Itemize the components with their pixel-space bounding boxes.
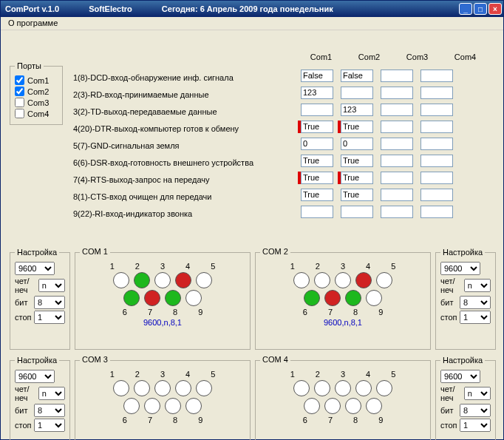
checkbox-com2[interactable]: [15, 87, 24, 96]
value-box[interactable]: [420, 206, 453, 218]
pin-number: 6: [123, 308, 127, 317]
pin-number: 9: [198, 416, 202, 424]
stop-select[interactable]: 1: [460, 419, 491, 432]
pin-number: 9: [378, 308, 383, 317]
value-box[interactable]: [420, 121, 453, 133]
value-box[interactable]: True: [301, 155, 333, 167]
grid-cell: True: [338, 155, 373, 167]
value-box[interactable]: [381, 206, 413, 218]
value-box[interactable]: False: [301, 70, 333, 82]
grid-cell: [378, 172, 413, 184]
bits-select[interactable]: 8: [460, 296, 491, 309]
value-box[interactable]: [381, 87, 413, 99]
bits-select[interactable]: 8: [34, 404, 65, 417]
close-button[interactable]: ×: [488, 3, 502, 15]
port-checkbox-com4[interactable]: Com4: [15, 109, 58, 118]
value-box[interactable]: True: [341, 189, 373, 201]
value-box[interactable]: [381, 189, 413, 201]
checkbox-com4[interactable]: [15, 109, 24, 118]
grid-cell: 0: [298, 138, 333, 150]
stop-select[interactable]: 1: [34, 311, 65, 324]
maximize-button[interactable]: □: [474, 3, 487, 15]
pin-indicator: [123, 290, 140, 306]
value-box[interactable]: [381, 121, 413, 133]
grid-cell: True: [338, 121, 373, 133]
value-box[interactable]: [341, 87, 373, 99]
grid-cell: 123: [298, 87, 333, 99]
minimize-button[interactable]: _: [459, 3, 472, 15]
value-box[interactable]: 0: [301, 138, 333, 150]
parity-select[interactable]: n: [464, 279, 491, 292]
port-checkbox-com3[interactable]: Com3: [15, 98, 58, 107]
port-label: Com3: [27, 98, 49, 107]
col-header: Com4: [445, 53, 486, 61]
value-box[interactable]: True: [341, 121, 373, 133]
grid-cell: 0: [338, 138, 373, 150]
grid-cell: True: [298, 172, 333, 184]
checkbox-com1[interactable]: [15, 75, 24, 85]
stop-select[interactable]: 1: [460, 311, 491, 324]
value-box[interactable]: True: [341, 155, 373, 167]
value-box[interactable]: [381, 172, 413, 184]
pin-indicator: [314, 272, 330, 288]
bits-row: бит8: [15, 296, 65, 309]
checkbox-com3[interactable]: [15, 98, 24, 107]
pin-number: 7: [148, 308, 152, 317]
pin-label: 7(4)-RTS-выход-запрос на передачу: [73, 171, 253, 188]
value-box[interactable]: [341, 206, 373, 218]
value-box[interactable]: [301, 104, 333, 116]
bits-select[interactable]: 8: [34, 296, 65, 309]
pin-number: 4: [185, 262, 190, 271]
value-box[interactable]: [301, 206, 333, 218]
value-box[interactable]: [420, 138, 453, 150]
baud-select[interactable]: 9600: [15, 370, 55, 383]
com-legend: COM 4: [260, 355, 290, 364]
value-box[interactable]: [420, 189, 453, 201]
value-box[interactable]: [381, 104, 413, 116]
menu-about[interactable]: О программе: [5, 18, 61, 27]
value-box[interactable]: True: [341, 172, 373, 184]
grid-cell: 123: [338, 104, 373, 116]
baud-select[interactable]: 9600: [440, 262, 480, 275]
value-box[interactable]: [420, 70, 453, 82]
baud-select[interactable]: 9600: [440, 370, 480, 383]
bits-select[interactable]: 8: [460, 404, 491, 417]
grid-cell: True: [338, 189, 373, 201]
value-box[interactable]: [420, 87, 453, 99]
pin-indicator: [175, 380, 191, 396]
stop-select[interactable]: 1: [34, 419, 65, 432]
grid-cell: [378, 121, 413, 133]
grid-row: True True: [298, 118, 453, 135]
value-box[interactable]: True: [301, 189, 333, 201]
baud-select[interactable]: 9600: [15, 262, 55, 275]
value-box[interactable]: 0: [341, 138, 373, 150]
parity-select[interactable]: n: [464, 387, 491, 400]
port-checkbox-com1[interactable]: Com1: [15, 75, 58, 85]
pin-indicator: [376, 272, 392, 288]
pin-number: 8: [353, 308, 358, 317]
pin-label: 2(3)-RD-вход-принимаемые данные: [73, 86, 253, 103]
parity-select[interactable]: n: [38, 387, 65, 400]
com4-group: COM 4 12345 6789: [255, 360, 431, 440]
port-checkbox-com2[interactable]: Com2: [15, 87, 58, 96]
value-box[interactable]: [420, 104, 453, 116]
value-box[interactable]: [381, 70, 413, 82]
pin-number: 7: [328, 308, 333, 317]
value-box[interactable]: True: [301, 172, 333, 184]
value-box[interactable]: [381, 155, 413, 167]
com3-group: COM 3 12345 6789: [75, 360, 251, 440]
parity-select[interactable]: n: [38, 279, 65, 292]
pin-number: 1: [110, 370, 115, 379]
parity-row: чет/нечn: [440, 277, 491, 294]
col-header: Com2: [349, 53, 389, 61]
pin-number: 1: [290, 262, 295, 271]
pin-number: 6: [303, 416, 307, 424]
value-box[interactable]: 123: [301, 87, 333, 99]
value-box[interactable]: [420, 172, 453, 184]
value-box[interactable]: [420, 155, 453, 167]
value-box[interactable]: 123: [341, 104, 373, 116]
value-box[interactable]: [381, 138, 413, 150]
value-box[interactable]: False: [341, 70, 373, 82]
value-box[interactable]: True: [301, 121, 333, 133]
pin-indicator: [154, 272, 171, 288]
